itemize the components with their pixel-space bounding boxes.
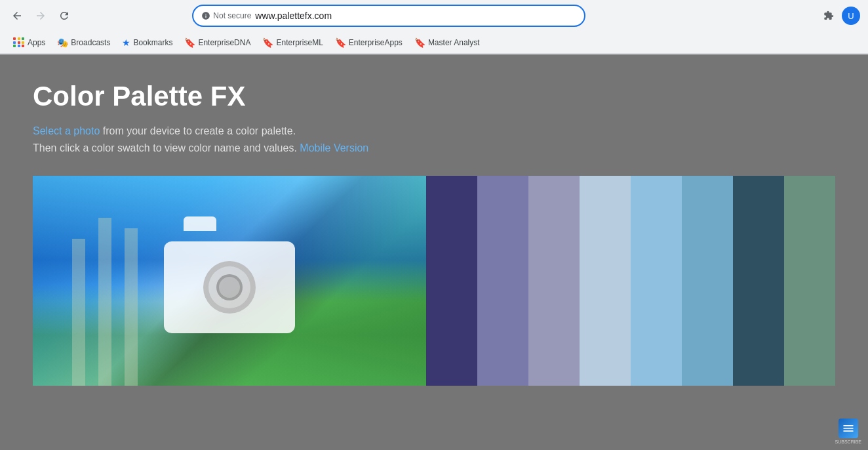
nav-right: U xyxy=(818,5,860,26)
camera-body xyxy=(164,241,295,333)
demo-area xyxy=(33,176,835,386)
demo-image xyxy=(33,176,426,386)
watermark-text: SUBSCRIBE xyxy=(835,440,861,444)
select-photo-link[interactable]: Select a photo xyxy=(33,125,100,136)
camera-lens xyxy=(203,261,256,314)
bookmark-label-bookmarks: Bookmarks xyxy=(133,38,172,47)
star-icon: ★ xyxy=(122,37,130,48)
color-swatch-s6[interactable] xyxy=(682,176,733,386)
bookmark-label-dna: EnterpriseDNA xyxy=(198,38,250,47)
page-description: Select a photo from your device to creat… xyxy=(33,123,835,156)
bookmark-item-apps[interactable]: Apps xyxy=(8,35,50,49)
bookmark-label-master: Master Analyst xyxy=(428,38,480,47)
camera-lens-inner xyxy=(216,274,243,300)
camera-icon-overlay xyxy=(164,228,295,333)
description-line2: Then click a color swatch to view color … xyxy=(33,142,300,153)
color-swatch-s7[interactable] xyxy=(733,176,784,386)
bookmark-icon-apps: 🔖 xyxy=(335,37,346,48)
description-part1: from your device to create a color palet… xyxy=(100,125,296,136)
color-swatch-s2[interactable] xyxy=(477,176,528,386)
security-info: Not secure xyxy=(201,11,251,20)
color-swatch-s1[interactable] xyxy=(426,176,477,386)
bookmark-item-enterprise-apps[interactable]: 🔖 EnterpriseApps xyxy=(330,35,408,50)
color-swatch-s8[interactable] xyxy=(784,176,835,386)
bookmark-item-bookmarks[interactable]: ★ Bookmarks xyxy=(117,35,178,50)
watermark-logo xyxy=(838,419,858,438)
bookmark-label-ml: EnterpriseML xyxy=(276,38,323,47)
bookmark-icon-ml: 🔖 xyxy=(262,37,273,48)
extensions-button[interactable] xyxy=(818,5,839,26)
camera-bump xyxy=(184,216,216,231)
bookmark-item-enterprise-dna[interactable]: 🔖 EnterpriseDNA xyxy=(179,35,256,50)
browser-chrome: Not secure www.palettefx.com U xyxy=(0,0,868,54)
reload-button[interactable] xyxy=(55,7,73,25)
bookmark-label-apps: Apps xyxy=(28,38,45,47)
back-button[interactable] xyxy=(8,7,26,25)
bookmark-item-master-analyst[interactable]: 🔖 Master Analyst xyxy=(409,35,485,50)
page-title: Color Palette FX xyxy=(33,81,835,112)
color-swatch-s4[interactable] xyxy=(580,176,631,386)
nav-bar: Not secure www.palettefx.com U xyxy=(0,0,868,31)
apps-grid-icon xyxy=(13,37,25,47)
forward-button[interactable] xyxy=(31,7,50,25)
not-secure-label: Not secure xyxy=(213,11,251,20)
bookmark-label-broadcasts: Broadcasts xyxy=(71,38,110,47)
profile-avatar[interactable]: U xyxy=(842,7,860,25)
mobile-version-link[interactable]: Mobile Version xyxy=(300,142,368,153)
bookmark-item-broadcasts[interactable]: 🎭 Broadcasts xyxy=(52,35,115,50)
watermark: SUBSCRIBE xyxy=(835,419,861,444)
url-text[interactable]: www.palettefx.com xyxy=(255,10,576,21)
color-swatch-s3[interactable] xyxy=(528,176,580,386)
bookmarks-bar: Apps 🎭 Broadcasts ★ Bookmarks 🔖 Enterpri… xyxy=(0,31,868,54)
color-swatches xyxy=(426,176,835,386)
bookmark-icon-dna: 🔖 xyxy=(184,37,195,48)
bookmark-label-enterprise-apps: EnterpriseApps xyxy=(349,38,403,47)
address-bar[interactable]: Not secure www.palettefx.com xyxy=(192,5,585,27)
bookmark-item-enterprise-ml[interactable]: 🔖 EnterpriseML xyxy=(257,35,328,50)
broadcasts-icon: 🎭 xyxy=(57,37,68,48)
page-content: Color Palette FX Select a photo from you… xyxy=(0,54,868,450)
bookmark-icon-master: 🔖 xyxy=(414,37,425,48)
color-swatch-s5[interactable] xyxy=(631,176,682,386)
